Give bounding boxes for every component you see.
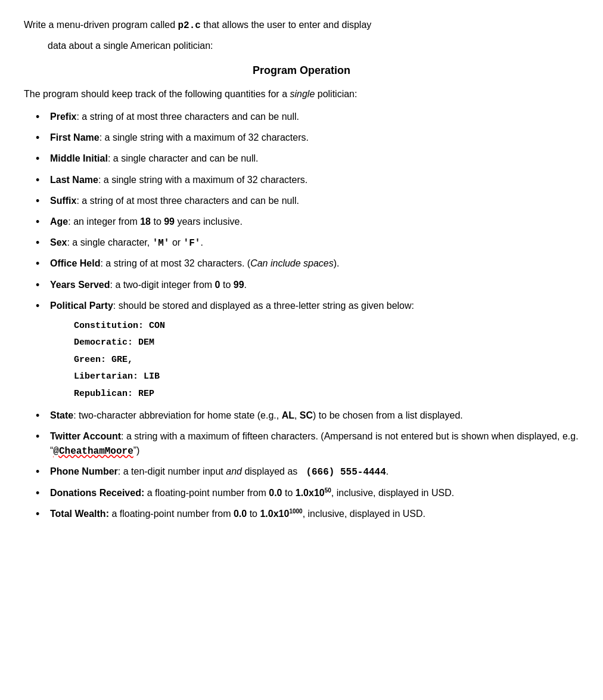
- list-item: • Office Held: a string of at most 32 ch…: [36, 256, 579, 271]
- party-constitution: Constitution: CON: [74, 318, 579, 335]
- item-label: Last Name: [50, 175, 98, 185]
- bullet-icon: •: [36, 256, 50, 271]
- list-item: • Total Wealth: a floating-point number …: [36, 507, 579, 522]
- phone-period: .: [386, 466, 388, 476]
- filename: p2.c: [178, 20, 200, 31]
- donations-max: 1.0x1050: [296, 488, 331, 498]
- donations-min: 0.0: [269, 488, 282, 498]
- office-italic: Can include spaces: [250, 258, 334, 268]
- item-label: Phone Number: [50, 466, 118, 476]
- item-label: Suffix: [50, 196, 76, 206]
- state-sc: SC: [300, 410, 313, 420]
- item-label: Political Party: [50, 301, 113, 311]
- wealth-text: a floating-point number from: [109, 509, 234, 519]
- item-label: Office Held: [50, 258, 100, 268]
- items-list: • Prefix: a string of at most three char…: [36, 110, 579, 522]
- party-republican: Republican: REP: [74, 386, 579, 403]
- phone-text: : a ten-digit number input: [118, 466, 226, 476]
- list-item: • Prefix: a string of at most three char…: [36, 110, 579, 125]
- list-item: • Donations Received: a floating-point n…: [36, 486, 579, 501]
- list-item: • Last Name: a single string with a maxi…: [36, 173, 579, 188]
- description-text: The program should keep track of the fol…: [24, 89, 287, 99]
- item-text: : an integer from: [68, 216, 140, 227]
- age-to: to: [151, 216, 164, 227]
- item-label: Age: [50, 216, 68, 227]
- item-sex: Sex: a single character, 'M' or 'F'.: [50, 236, 579, 250]
- bullet-icon: •: [36, 278, 50, 293]
- donations-end: , inclusive, displayed in USD.: [331, 488, 454, 498]
- item-text: : a string of at most three characters a…: [76, 196, 299, 206]
- item-label: First Name: [50, 132, 100, 143]
- state-end: ) to be chosen from a list displayed.: [313, 410, 463, 420]
- item-firstname: First Name: a single string with a maxim…: [50, 131, 579, 145]
- age-end: years inclusive.: [175, 216, 243, 227]
- item-text: : a single string with a maximum of 32 c…: [98, 175, 307, 185]
- item-state: State: two-character abbreviation for ho…: [50, 408, 579, 423]
- description-end: politician:: [318, 89, 358, 99]
- wealth-to: to: [247, 509, 260, 519]
- phone-and: and: [226, 466, 242, 476]
- item-text: : a single character and can be null.: [108, 153, 259, 163]
- years-min: 0: [215, 280, 220, 290]
- item-prefix: Prefix: a string of at most three charac…: [50, 110, 579, 124]
- bullet-icon: •: [36, 173, 50, 188]
- item-politicalparty: Political Party: should be stored and di…: [50, 299, 579, 403]
- bullet-icon: •: [36, 194, 50, 209]
- list-item: • Suffix: a string of at most three char…: [36, 194, 579, 209]
- list-item: • State: two-character abbreviation for …: [36, 408, 579, 423]
- item-middleinitial: Middle Initial: a single character and c…: [50, 151, 579, 166]
- party-libertarian: Libertarian: LIB: [74, 368, 579, 386]
- twitter-handle: @CheathamMoore: [53, 446, 133, 457]
- sex-text: : a single character,: [67, 237, 152, 247]
- age-min: 18: [140, 216, 151, 227]
- item-officeheld: Office Held: a string of at most 32 char…: [50, 256, 579, 271]
- sex-period: .: [200, 237, 203, 247]
- bullet-icon: •: [36, 131, 50, 145]
- description-italic: single: [290, 89, 315, 99]
- list-item: • Phone Number: a ten-digit number input…: [36, 464, 579, 479]
- item-text: : a single string with a maximum of 32 c…: [100, 132, 309, 143]
- sex-m: 'M': [153, 238, 170, 249]
- donations-text: a floating-point number from: [144, 488, 269, 498]
- description-paragraph: The program should keep track of the fol…: [24, 87, 579, 101]
- item-label: Middle Initial: [50, 153, 108, 163]
- years-to: to: [220, 280, 234, 290]
- list-item: • Political Party: should be stored and …: [36, 299, 579, 403]
- party-green: Green: GRE,: [74, 352, 579, 369]
- bullet-icon: •: [36, 236, 50, 250]
- item-twitter: Twitter Account: a string with a maximum…: [50, 429, 579, 459]
- state-comma: ,: [294, 410, 300, 420]
- wealth-max: 1.0x101000: [260, 509, 302, 519]
- item-label: Total Wealth:: [50, 509, 109, 519]
- office-text: : a string of at most 32 characters. (: [100, 258, 250, 268]
- years-period: .: [244, 280, 247, 290]
- item-donations: Donations Received: a floating-point num…: [50, 486, 579, 500]
- intro-after: that allows the user to enter and displa…: [201, 20, 371, 30]
- list-item: • Age: an integer from 18 to 99 years in…: [36, 215, 579, 230]
- item-label: Twitter Account: [50, 431, 121, 441]
- item-label: Sex: [50, 237, 67, 247]
- bullet-icon: •: [36, 151, 50, 166]
- donations-sup: 50: [325, 487, 331, 494]
- list-item: • Twitter Account: a string with a maxim…: [36, 429, 579, 459]
- bullet-icon: •: [36, 429, 50, 444]
- item-label: State: [50, 410, 73, 420]
- item-label: Donations Received:: [50, 488, 144, 498]
- office-close: ).: [334, 258, 340, 268]
- item-totalwealth: Total Wealth: a floating-point number fr…: [50, 507, 579, 521]
- age-max: 99: [164, 216, 175, 227]
- sex-or: or: [169, 237, 183, 247]
- list-item: • First Name: a single string with a max…: [36, 131, 579, 145]
- donations-to: to: [282, 488, 296, 498]
- twitter-close: ”): [133, 445, 140, 456]
- intro-before: Write a menu-driven program called: [24, 20, 178, 30]
- phone-mid: displayed as: [242, 466, 300, 476]
- bullet-icon: •: [36, 215, 50, 230]
- state-al: AL: [282, 410, 294, 420]
- wealth-min: 0.0: [234, 509, 247, 519]
- party-block: Constitution: CON Democratic: DEM Green:…: [74, 318, 579, 403]
- bullet-icon: •: [36, 110, 50, 125]
- item-label: Prefix: [50, 111, 76, 122]
- list-item: • Years Served: a two-digit integer from…: [36, 278, 579, 293]
- item-phone: Phone Number: a ten-digit number input a…: [50, 464, 579, 479]
